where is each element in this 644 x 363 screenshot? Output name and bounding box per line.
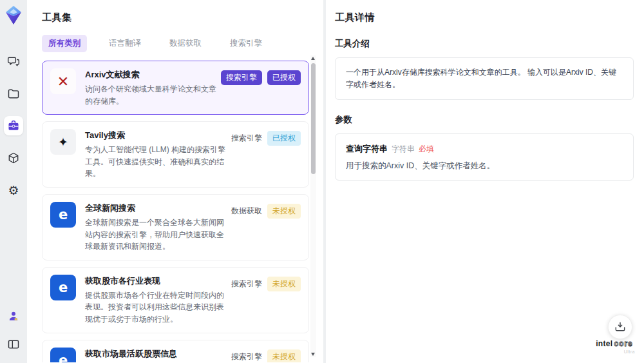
category-tab[interactable]: 数据获取 xyxy=(163,35,208,52)
param-header: 查询字符串字符串必填 xyxy=(346,142,623,155)
tool-name: 全球新闻搜索 xyxy=(85,202,231,214)
status-badge: 未授权 xyxy=(267,277,301,291)
tool-name: 获取股市各行业表现 xyxy=(85,275,231,287)
folder-icon[interactable] xyxy=(4,84,23,103)
tool-badges: 搜索引擎 未授权 xyxy=(231,349,301,362)
download-icon xyxy=(614,320,627,333)
tool-icon xyxy=(50,129,76,155)
tool-icon xyxy=(50,68,76,94)
status-badge: 未授权 xyxy=(267,349,301,362)
detail-title: 工具详情 xyxy=(335,12,634,24)
category-badge: 数据获取 xyxy=(231,206,262,217)
tool-name: Tavily搜索 xyxy=(85,130,231,141)
list-scrollbar[interactable] xyxy=(310,55,316,357)
tool-list-pane: 工具集 所有类别 语言翻译 数据获取 搜索引擎 Arxiv文献搜索 访问各个研究… xyxy=(27,0,323,363)
tool-icon xyxy=(50,202,76,228)
tool-icon xyxy=(50,348,76,362)
toolbox-icon[interactable] xyxy=(4,116,23,135)
icon-rail: ⚙ xyxy=(0,0,27,363)
tool-card[interactable]: 获取市场最活跃股票信息 提供当天交易量最高的股票列表。投资者可以利用这些信息来识… xyxy=(42,340,309,362)
intro-heading: 工具介绍 xyxy=(335,38,634,50)
category-badge: 搜索引擎 xyxy=(231,351,262,362)
category-tabs: 所有类别 语言翻译 数据获取 搜索引擎 xyxy=(42,35,323,52)
tool-name: Arxiv文献搜索 xyxy=(85,69,221,81)
tool-description: 提供股票市场各个行业在特定时间段内的表现。投资者可以利用这些信息来识别表现优于或… xyxy=(85,289,231,326)
tool-main: Arxiv文献搜索 访问各个研究领域大量科学论文和文章的存储库。 xyxy=(85,68,221,107)
intel-core-logo: intelcore Ultra xyxy=(594,340,635,354)
tool-badges: 数据获取 未授权 xyxy=(231,204,301,219)
status-badge: 未授权 xyxy=(267,204,301,219)
chat-icon[interactable] xyxy=(4,52,23,71)
tool-badges: 搜索引擎 已授权 xyxy=(231,131,301,146)
tool-description: 全球新闻搜索是一个聚合全球各大新闻网站内容的搜索引擎，帮助用户快速获取全球最新资… xyxy=(85,217,231,253)
tool-main: Tavily搜索 专为人工智能代理 (LLM) 构建的搜索引擎工具。可快速提供实… xyxy=(85,129,231,180)
tool-description: 专为人工智能代理 (LLM) 构建的搜索引擎工具。可快速提供实时、准确和真实的结… xyxy=(85,144,231,180)
download-button[interactable] xyxy=(608,315,632,339)
tool-main: 获取股市各行业表现 提供股票市场各个行业在特定时间段内的表现。投资者可以利用这些… xyxy=(85,275,231,326)
param-type: 字符串 xyxy=(392,144,415,153)
tool-badges: 搜索引擎 已授权 xyxy=(221,70,301,85)
intro-box: 一个用于从Arxiv存储库搜索科学论文和文章的工具。 输入可以是Arxiv ID… xyxy=(335,57,634,100)
tool-list: Arxiv文献搜索 访问各个研究领域大量科学论文和文章的存储库。 搜索引擎 已授… xyxy=(42,61,309,362)
tool-card[interactable]: Tavily搜索 专为人工智能代理 (LLM) 构建的搜索引擎工具。可快速提供实… xyxy=(42,121,309,188)
user-icon[interactable] xyxy=(4,306,23,326)
params-heading: 参数 xyxy=(335,114,634,126)
rail-bottom xyxy=(4,306,23,354)
tool-description: 访问各个研究领域大量科学论文和文章的存储库。 xyxy=(85,83,221,107)
scroll-down-icon[interactable] xyxy=(311,353,315,356)
category-badge: 搜索引擎 xyxy=(231,279,262,289)
intel-sub-label: Ultra xyxy=(594,349,635,354)
param-required-badge: 必填 xyxy=(419,144,434,153)
tool-card[interactable]: 获取股市各行业表现 提供股票市场各个行业在特定时间段内的表现。投资者可以利用这些… xyxy=(42,267,309,333)
tool-detail-pane: 工具详情 工具介绍 一个用于从Arxiv存储库搜索科学论文和文章的工具。 输入可… xyxy=(326,0,644,363)
tool-card[interactable]: Arxiv文献搜索 访问各个研究领域大量科学论文和文章的存储库。 搜索引擎 已授… xyxy=(42,61,309,115)
scroll-up-icon[interactable] xyxy=(311,57,315,60)
category-badge: 搜索引擎 xyxy=(231,133,262,144)
param-name: 查询字符串 xyxy=(346,144,388,153)
tool-name: 获取市场最活跃股票信息 xyxy=(85,348,231,360)
param-description: 用于搜索的Arxiv ID、关键字或作者姓名。 xyxy=(346,161,623,172)
page-title: 工具集 xyxy=(42,12,323,24)
tool-main: 获取市场最活跃股票信息 提供当天交易量最高的股票列表。投资者可以利用这些信息来识… xyxy=(85,348,231,362)
tool-main: 全球新闻搜索 全球新闻搜索是一个聚合全球各大新闻网站内容的搜索引擎，帮助用户快速… xyxy=(85,202,231,253)
panel-layout-icon[interactable] xyxy=(4,335,23,354)
category-tab[interactable]: 语言翻译 xyxy=(102,35,147,52)
tool-badges: 搜索引擎 未授权 xyxy=(231,277,301,291)
status-badge: 已授权 xyxy=(267,131,301,146)
intel-wordmark: intel xyxy=(596,339,612,348)
status-badge: 已授权 xyxy=(267,70,301,85)
tool-card[interactable]: 全球新闻搜索 全球新闻搜索是一个聚合全球各大新闻网站内容的搜索引擎，帮助用户快速… xyxy=(42,194,309,260)
param-box: 查询字符串字符串必填 用于搜索的Arxiv ID、关键字或作者姓名。 xyxy=(335,133,634,181)
settings-icon[interactable]: ⚙ xyxy=(4,181,23,200)
rail-nav: ⚙ xyxy=(4,52,23,200)
category-badge: 搜索引擎 xyxy=(221,70,262,85)
cube-icon[interactable] xyxy=(4,148,23,168)
core-wordmark: core xyxy=(614,339,632,348)
app-logo-gem-icon xyxy=(5,5,23,26)
category-tab[interactable]: 所有类别 xyxy=(42,35,87,52)
scrollbar-thumb[interactable] xyxy=(311,63,316,174)
category-tab[interactable]: 搜索引擎 xyxy=(223,35,269,52)
tool-icon xyxy=(50,275,76,300)
